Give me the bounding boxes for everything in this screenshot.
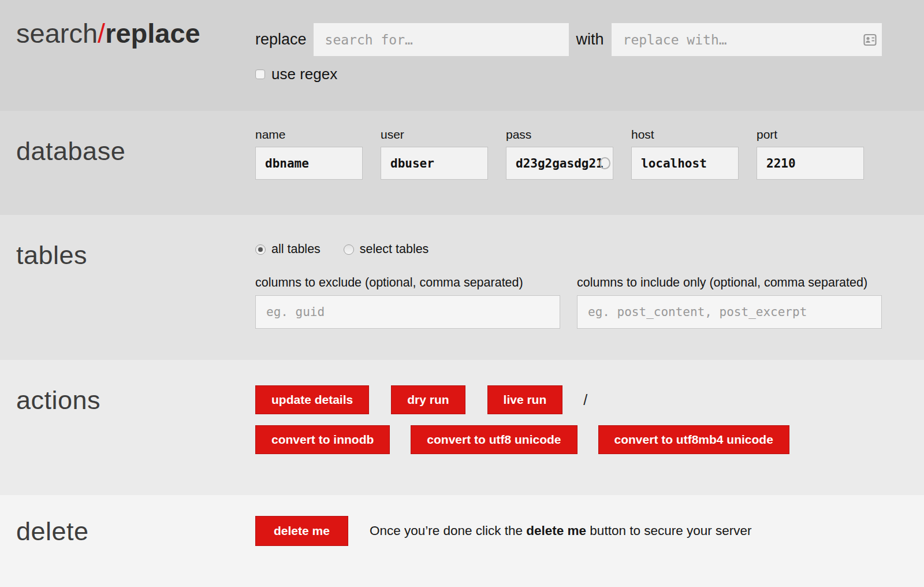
- delete-note-prefix: Once you’re done click the: [370, 523, 526, 538]
- use-regex-label: use regex: [271, 65, 337, 83]
- db-name-field-group: name: [255, 128, 363, 180]
- actions-section: actions update details dry run live run …: [0, 360, 924, 495]
- db-port-input[interactable]: [757, 147, 864, 180]
- replace-label: replace: [255, 31, 307, 49]
- dry-run-button[interactable]: dry run: [391, 385, 465, 414]
- db-host-label: host: [631, 128, 739, 142]
- select-tables-label: select tables: [360, 242, 429, 257]
- db-name-input[interactable]: [255, 147, 363, 180]
- actions-slash-separator: /: [583, 392, 587, 408]
- database-heading: database: [16, 111, 255, 166]
- password-reveal-icon[interactable]: [599, 157, 610, 169]
- actions-heading: actions: [16, 360, 255, 415]
- db-user-input[interactable]: [381, 147, 488, 180]
- delete-heading: delete: [16, 495, 255, 547]
- autofill-contact-card-icon[interactable]: [863, 34, 877, 46]
- all-tables-radio[interactable]: [255, 244, 266, 255]
- logo-search-text: search: [16, 18, 98, 49]
- search-for-input[interactable]: [314, 23, 569, 56]
- include-columns-label: columns to include only (optional, comma…: [577, 276, 882, 290]
- all-tables-label: all tables: [271, 242, 321, 257]
- db-pass-input[interactable]: [506, 147, 613, 180]
- tables-section: tables all tables select tables columns …: [0, 215, 924, 360]
- exclude-columns-label: columns to exclude (optional, comma sepa…: [255, 276, 560, 290]
- header-section: search/replace replace with use regex: [0, 0, 924, 111]
- all-tables-option[interactable]: all tables: [255, 242, 321, 257]
- db-user-label: user: [381, 128, 488, 142]
- db-name-label: name: [255, 128, 363, 142]
- delete-note-suffix: button to secure your server: [586, 523, 751, 538]
- app-logo: search/replace: [16, 0, 255, 49]
- logo-slash: /: [98, 18, 105, 49]
- db-pass-label: pass: [506, 128, 613, 142]
- select-tables-radio[interactable]: [344, 244, 354, 255]
- db-host-input[interactable]: [631, 147, 739, 180]
- delete-note: Once you’re done click the delete me but…: [370, 523, 752, 538]
- db-pass-field-group: pass: [506, 128, 613, 180]
- db-user-field-group: user: [381, 128, 488, 180]
- exclude-columns-input[interactable]: [255, 295, 560, 329]
- use-regex-checkbox[interactable]: [255, 69, 265, 79]
- select-tables-option[interactable]: select tables: [344, 242, 429, 257]
- logo-replace-text: replace: [105, 18, 200, 49]
- use-regex-option[interactable]: use regex: [255, 65, 882, 83]
- replace-with-input[interactable]: [612, 23, 882, 56]
- convert-innodb-button[interactable]: convert to innodb: [255, 425, 390, 454]
- convert-utf8-button[interactable]: convert to utf8 unicode: [411, 425, 577, 454]
- tables-heading: tables: [16, 215, 255, 270]
- convert-utf8mb4-button[interactable]: convert to utf8mb4 unicode: [598, 425, 789, 454]
- delete-me-button[interactable]: delete me: [255, 516, 348, 546]
- db-host-field-group: host: [631, 128, 739, 180]
- include-columns-input[interactable]: [577, 295, 882, 329]
- db-port-field-group: port: [757, 128, 864, 180]
- database-section: database name user pass host port: [0, 111, 924, 215]
- with-label: with: [576, 31, 604, 49]
- db-port-label: port: [757, 128, 864, 142]
- live-run-button[interactable]: live run: [487, 385, 563, 414]
- delete-section: delete delete me Once you’re done click …: [0, 495, 924, 587]
- delete-note-bold: delete me: [526, 523, 586, 538]
- exclude-columns-group: columns to exclude (optional, comma sepa…: [255, 276, 560, 329]
- update-details-button[interactable]: update details: [255, 385, 369, 414]
- include-columns-group: columns to include only (optional, comma…: [577, 276, 882, 329]
